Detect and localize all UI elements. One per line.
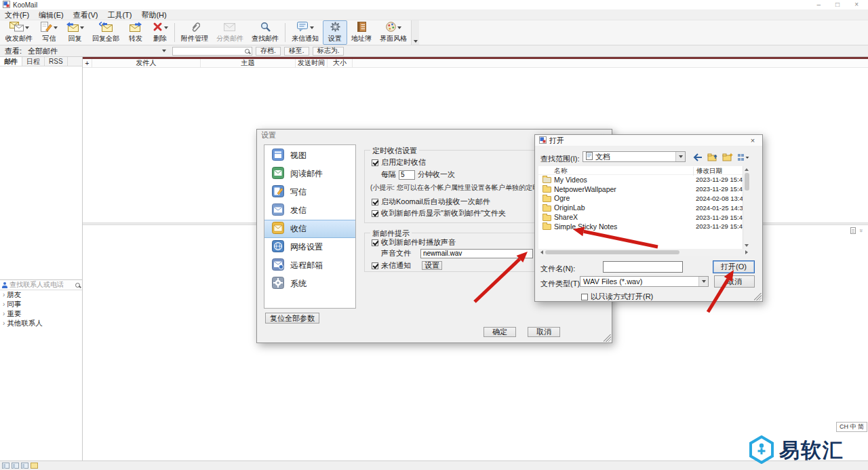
column-size[interactable]: 大小 <box>328 59 353 67</box>
toolbar-compose-button[interactable]: 写信 <box>37 20 62 45</box>
tab-rss[interactable]: RSS <box>45 57 68 66</box>
column-flag[interactable]: + <box>83 59 92 67</box>
archive-button[interactable]: 存档. <box>256 47 281 56</box>
nav-item-system[interactable]: 系统 <box>264 275 355 293</box>
column-modified-date[interactable]: 修改日期 <box>693 167 750 176</box>
enable-timer-checkbox[interactable] <box>372 159 378 166</box>
nav-item-network[interactable]: 网络设置 <box>264 238 355 256</box>
toolbar-attachment-manager-button[interactable]: 附件管理 <box>177 20 212 45</box>
view-filter-dropdown[interactable]: 全部邮件 <box>25 46 169 56</box>
menu-file[interactable]: 文件(F) <box>0 10 34 20</box>
nav-item-remote-mailbox[interactable]: 远程邮箱 <box>264 256 355 275</box>
reset-all-params-button[interactable]: 复位全部参数 <box>265 313 319 324</box>
mark-as-button[interactable]: 标志为. <box>313 47 344 56</box>
file-row[interactable]: My Videos 2023-11-29 15:41 <box>538 175 750 184</box>
new-folder-icon[interactable] <box>722 153 733 163</box>
toolbar-settings-button[interactable]: 设置 <box>323 20 347 45</box>
toolbar-send-receive-button[interactable]: 收发邮件 <box>1 20 37 45</box>
chevron-down-icon[interactable] <box>397 26 401 29</box>
close-button[interactable]: × <box>854 1 859 8</box>
nav-item-send[interactable]: 发信 <box>264 201 355 220</box>
notes-icon[interactable] <box>31 463 38 469</box>
resize-grip[interactable] <box>604 334 611 342</box>
toolbar-reply-all-button[interactable]: 回复全部 <box>88 20 123 45</box>
toolbar-notify-button[interactable]: 来信通知 <box>288 20 323 45</box>
horizontal-scrollbar[interactable] <box>538 249 750 256</box>
notify-checkbox[interactable] <box>372 262 378 269</box>
toolbar-forward-button[interactable]: 转发 <box>123 20 148 45</box>
scroll-left-icon[interactable] <box>540 250 543 254</box>
mail-search-box[interactable] <box>172 47 252 56</box>
file-row[interactable]: ShareX 2023-11-29 15:41 <box>538 212 750 222</box>
collapse-chevron-icon[interactable]: » <box>857 229 864 232</box>
readonly-checkbox[interactable] <box>581 294 588 300</box>
file-row[interactable]: NetpowerWallpaper 2023-11-29 15:41 <box>538 184 750 194</box>
chevron-down-icon[interactable] <box>164 26 168 29</box>
file-row[interactable]: Simple Sticky Notes 2023-11-29 15:41 <box>538 222 750 231</box>
menu-tools[interactable]: 工具(T) <box>102 10 136 20</box>
toolbar-classify-mail-button[interactable]: 分类邮件 <box>212 20 248 45</box>
toolbar-address-book-button[interactable]: 地址簿 <box>347 20 376 45</box>
scroll-up-icon[interactable] <box>745 168 749 171</box>
chevron-down-icon[interactable] <box>25 26 29 29</box>
notify-settings-button[interactable]: 设置 <box>422 261 442 270</box>
layout-toggle-icon[interactable] <box>12 463 19 469</box>
menu-view[interactable]: 查看(V) <box>68 10 103 20</box>
scrollbar-thumb[interactable] <box>545 250 679 254</box>
view-menu-icon[interactable] <box>737 153 750 163</box>
search-icon[interactable] <box>75 283 80 288</box>
filename-input[interactable] <box>603 261 683 273</box>
toolbar-delete-button[interactable]: 删除 <box>148 20 172 45</box>
show-new-mail-folder-checkbox[interactable] <box>372 210 378 217</box>
close-icon[interactable]: × <box>747 136 758 144</box>
cancel-button[interactable]: 取消 <box>528 327 560 337</box>
toolbar-ui-style-button[interactable]: 界面风格 <box>376 20 411 45</box>
search-icon[interactable] <box>245 49 250 54</box>
resize-grip[interactable] <box>754 293 762 300</box>
nav-item-view[interactable]: 视图 <box>264 146 355 165</box>
interval-input[interactable] <box>399 170 415 180</box>
up-folder-icon[interactable] <box>707 153 718 163</box>
chevron-down-icon[interactable] <box>310 26 314 29</box>
toolbar-search-mail-button[interactable]: 查找邮件 <box>248 20 283 45</box>
menu-edit[interactable]: 编辑(E) <box>34 10 68 20</box>
chevron-down-icon[interactable] <box>80 26 84 29</box>
input-language-indicator[interactable]: CH 中 简 <box>836 422 867 432</box>
contact-search-box[interactable]: 查找联系人或电话 <box>0 279 82 290</box>
minimize-button[interactable]: – <box>817 1 821 8</box>
nav-item-compose[interactable]: 写信 <box>264 183 355 201</box>
column-name[interactable]: 名称 <box>554 166 693 176</box>
open-button[interactable]: 打开(O) <box>713 260 755 273</box>
layout-toggle-icon[interactable] <box>2 463 9 469</box>
toolbar-reply-button[interactable]: 回复 <box>62 20 88 45</box>
contact-group-others[interactable]: › 其他联系人 <box>0 319 82 328</box>
contact-group-important[interactable]: › 重要 <box>0 309 82 319</box>
column-sender[interactable]: 发件人 <box>92 59 201 67</box>
mail-search-input[interactable] <box>175 47 243 55</box>
ok-button[interactable]: 确定 <box>484 327 516 337</box>
nav-item-read-mail[interactable]: 阅读邮件 <box>264 165 355 183</box>
vertical-scrollbar[interactable] <box>743 166 750 249</box>
column-sent-time[interactable]: 发送时间 <box>296 59 328 67</box>
contact-group-friends[interactable]: › 朋友 <box>0 290 82 300</box>
chevron-down-icon[interactable] <box>698 277 708 286</box>
chevron-down-icon[interactable] <box>675 152 685 161</box>
sound-file-input[interactable] <box>420 249 533 258</box>
move-to-button[interactable]: 移至. <box>284 47 309 56</box>
back-icon[interactable] <box>692 153 703 163</box>
toolbar-overflow-button[interactable] <box>411 20 419 45</box>
auto-receive-checkbox[interactable] <box>372 199 378 205</box>
chevron-down-icon[interactable] <box>54 26 58 29</box>
play-sound-checkbox[interactable] <box>372 239 378 246</box>
scroll-down-icon[interactable] <box>745 244 749 247</box>
contact-group-colleagues[interactable]: › 同事 <box>0 300 82 309</box>
filetype-dropdown[interactable]: WAV Files (*.wav) <box>580 276 709 287</box>
lookin-dropdown[interactable]: 文档 <box>583 151 686 162</box>
file-row[interactable]: OriginLab 2024-01-25 14:32 <box>538 203 750 212</box>
page-icon[interactable] <box>850 227 856 234</box>
layout-toggle-icon[interactable] <box>21 463 28 469</box>
column-subject[interactable]: 主题 <box>201 59 296 67</box>
tab-calendar[interactable]: 日程 <box>22 57 45 66</box>
mail-folder-tree[interactable] <box>0 66 82 279</box>
file-row[interactable]: Ogre 2024-02-08 13:44 <box>538 194 750 203</box>
